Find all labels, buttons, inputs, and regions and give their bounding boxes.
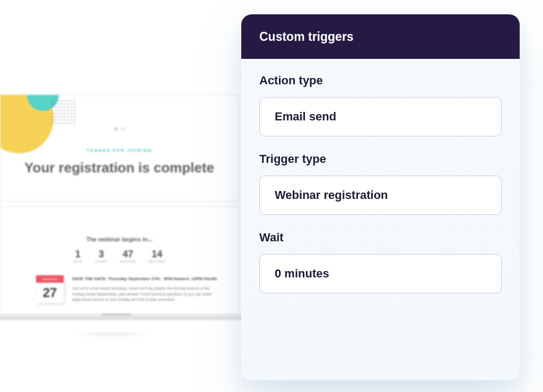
field-action-type: Action type Email send <box>259 74 502 136</box>
shadow <box>69 330 154 338</box>
field-trigger-type: Trigger type Webinar registration <box>259 152 502 215</box>
select-value: Email send <box>275 110 336 124</box>
calendar-month: September <box>36 275 64 283</box>
panel-title: Custom triggers <box>259 30 354 44</box>
countdown-unit: DAYS <box>73 260 82 263</box>
divider <box>1 201 238 202</box>
countdown-unit: HOURS <box>95 260 107 263</box>
countdown-unit: MINUTES <box>120 260 136 263</box>
countdown-hours: 3 HOURS <box>95 249 107 263</box>
countdown-value: 47 <box>120 249 136 260</box>
countdown-value: 1 <box>73 249 82 260</box>
field-label: Wait <box>259 231 502 245</box>
countdown-unit: SECONDS <box>148 260 165 263</box>
countdown-minutes: 47 MINUTES <box>120 249 136 263</box>
field-label: Action type <box>259 74 502 88</box>
calendar-day: 27 <box>36 283 64 303</box>
field-wait: Wait 0 minutes <box>259 231 502 293</box>
select-value: Webinar registration <box>275 188 388 202</box>
trigger-type-select[interactable]: Webinar registration <box>259 176 502 215</box>
countdown: 1 DAYS 3 HOURS 47 MINUTES 14 SECONDS <box>73 249 165 263</box>
select-value: 0 minutes <box>275 267 329 281</box>
laptop-base <box>0 313 244 320</box>
confetti-icon: ✦✧ <box>111 124 127 140</box>
background-mockup: ✦✧ THANKS FOR JOINING Your registration … <box>0 94 239 323</box>
registration-headline: Your registration is complete <box>24 160 214 176</box>
panel-header: Custom triggers <box>241 14 520 59</box>
webinar-begins-label: The webinar begins in... <box>86 236 153 242</box>
countdown-value: 3 <box>95 249 107 260</box>
field-label: Trigger type <box>259 152 502 166</box>
save-the-date: SAVE THE DATE: Thursday September 27th ·… <box>72 276 217 281</box>
divider <box>1 206 238 207</box>
thanks-label: THANKS FOR JOINING <box>86 148 152 153</box>
event-description: Join us for a live virtual workshop, whe… <box>72 286 221 303</box>
calendar-tile: September 27 <box>36 275 64 303</box>
wait-select[interactable]: 0 minutes <box>259 254 502 293</box>
custom-triggers-panel: Custom triggers Action type Email send T… <box>241 14 520 380</box>
action-type-select[interactable]: Email send <box>259 97 502 136</box>
panel-body: Action type Email send Trigger type Webi… <box>241 59 520 320</box>
countdown-value: 14 <box>148 249 165 260</box>
countdown-days: 1 DAYS <box>73 249 82 263</box>
countdown-seconds: 14 SECONDS <box>148 249 165 263</box>
decorative-dots <box>51 99 77 126</box>
laptop-screen: ✦✧ THANKS FOR JOINING Your registration … <box>0 94 239 315</box>
laptop-notch <box>102 313 132 316</box>
